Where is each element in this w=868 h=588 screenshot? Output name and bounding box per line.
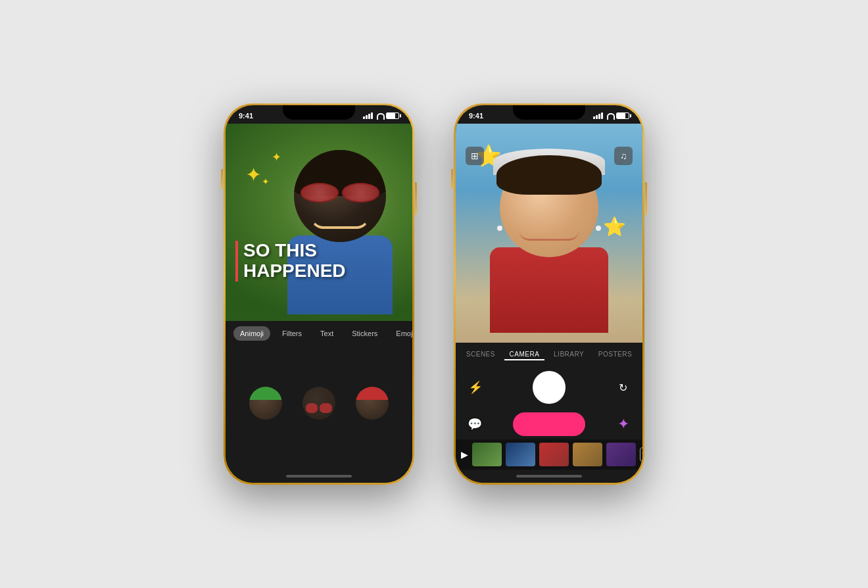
animoji-glasses bbox=[301, 183, 379, 203]
sparkle-icon-3: ✦ bbox=[262, 176, 270, 187]
home-bar-2 bbox=[516, 475, 582, 478]
animoji-item-3[interactable] bbox=[352, 387, 392, 429]
record-button[interactable] bbox=[513, 412, 585, 436]
battery-fill-2 bbox=[617, 113, 625, 118]
sparkle-icon-2: ✦ bbox=[272, 150, 281, 164]
animoji-glasses-red bbox=[306, 403, 332, 413]
animoji-smile bbox=[310, 216, 370, 229]
memoji-eye-right bbox=[569, 195, 582, 204]
tab-animoji[interactable]: Animoji bbox=[233, 326, 270, 341]
signal-icon-1 bbox=[363, 112, 373, 119]
wifi-icon-1 bbox=[375, 113, 383, 119]
memoji-character-2 bbox=[483, 159, 615, 343]
battery-fill-1 bbox=[387, 113, 395, 118]
glass-right bbox=[342, 183, 380, 203]
tab-scenes[interactable]: SCENES bbox=[461, 348, 500, 360]
overlay-line-2: HAPPENED bbox=[243, 261, 346, 282]
home-indicator-1 bbox=[226, 470, 412, 483]
home-indicator-2 bbox=[456, 470, 642, 483]
phone-1: 9:41 ✦ ✦ ✦ bbox=[224, 103, 414, 485]
tab-emoji[interactable]: Emoji bbox=[389, 326, 412, 341]
phone-2-screen: 9:41 ⊞ ♫ ⭐ ⭐ bbox=[456, 105, 642, 483]
home-bar-1 bbox=[286, 475, 352, 478]
share-button[interactable]: ↑ bbox=[640, 447, 642, 462]
camera-controls-row: ⚡ ↻ bbox=[456, 366, 642, 409]
main-image-1: ✦ ✦ ✦ SO THIS HAPPENED bbox=[226, 124, 412, 321]
tab-library[interactable]: LIBRARY bbox=[548, 348, 589, 360]
tab-text[interactable]: Text bbox=[314, 326, 340, 341]
memoji-head-2 bbox=[500, 159, 598, 257]
glass-left bbox=[301, 183, 339, 203]
overlay-line-1: SO THIS bbox=[243, 241, 346, 261]
earring-left bbox=[497, 226, 502, 231]
notch-1 bbox=[283, 105, 355, 120]
glass-l bbox=[306, 403, 318, 413]
memoji-eyes-2 bbox=[516, 195, 582, 204]
wifi-icon-2 bbox=[606, 113, 614, 119]
tab-stickers[interactable]: Stickers bbox=[345, 326, 384, 341]
animoji-head-item-3 bbox=[356, 387, 389, 420]
phone-2: 9:41 ⊞ ♫ ⭐ ⭐ bbox=[454, 103, 644, 485]
film-thumb-5[interactable] bbox=[606, 443, 636, 466]
animoji-head-item-2 bbox=[302, 387, 335, 420]
tab-camera[interactable]: CAMERA bbox=[504, 348, 545, 360]
top-icons-row: ⊞ ♫ bbox=[456, 147, 642, 165]
animoji-head-item-1 bbox=[249, 387, 282, 420]
tab-filters[interactable]: Filters bbox=[276, 326, 308, 341]
glass-r bbox=[320, 403, 332, 413]
film-thumb-2[interactable] bbox=[506, 443, 535, 466]
filmstrip: ▶ ↑ bbox=[456, 439, 642, 470]
overlay-text: SO THIS HAPPENED bbox=[235, 241, 346, 282]
record-row: 💬 ✦ bbox=[456, 409, 642, 439]
memoji-smile-2 bbox=[519, 229, 579, 241]
flash-icon[interactable]: ⚡ bbox=[466, 378, 485, 397]
status-time-1: 9:41 bbox=[239, 112, 253, 120]
battery-icon-2 bbox=[616, 112, 629, 119]
captions-icon[interactable]: 💬 bbox=[466, 415, 484, 433]
status-icons-2 bbox=[593, 112, 629, 119]
film-thumb-1[interactable] bbox=[472, 443, 502, 466]
shutter-button[interactable] bbox=[533, 371, 566, 404]
earring-right bbox=[596, 226, 601, 231]
toolbar-tabs: Animoji Filters Text Stickers Emoji × bbox=[226, 321, 412, 346]
nav-tabs-2: SCENES CAMERA LIBRARY POSTERS bbox=[456, 343, 642, 366]
status-icons-1 bbox=[363, 112, 399, 119]
animoji-head-1 bbox=[294, 150, 386, 242]
animoji-grid bbox=[226, 346, 412, 470]
play-button[interactable]: ▶ bbox=[461, 447, 468, 462]
memoji-eye-left bbox=[516, 195, 529, 204]
music-icon[interactable]: ♫ bbox=[614, 147, 633, 165]
tab-posters[interactable]: POSTERS bbox=[593, 348, 637, 360]
notch-2 bbox=[513, 105, 585, 120]
battery-icon-1 bbox=[386, 112, 399, 119]
photo-library-icon[interactable]: ⊞ bbox=[466, 147, 484, 165]
flip-camera-icon[interactable]: ↻ bbox=[613, 378, 633, 397]
status-time-2: 9:41 bbox=[469, 112, 483, 120]
animoji-item-2[interactable] bbox=[299, 387, 339, 429]
animoji-character-1 bbox=[281, 150, 399, 321]
film-thumb-4[interactable] bbox=[573, 443, 602, 466]
animoji-hat-red bbox=[356, 387, 389, 400]
sparkle-icon-1: ✦ bbox=[245, 163, 262, 186]
animoji-hat-green bbox=[249, 387, 282, 400]
memoji-body-2 bbox=[490, 247, 608, 333]
camera-view: ⊞ ♫ ⭐ ⭐ bbox=[456, 124, 642, 343]
animoji-item-1[interactable] bbox=[246, 387, 285, 429]
effects-star-icon[interactable]: ✦ bbox=[614, 415, 633, 433]
signal-icon-2 bbox=[593, 112, 603, 119]
shutter-inner bbox=[537, 375, 562, 400]
film-thumb-3[interactable] bbox=[539, 443, 569, 466]
phone-1-screen: 9:41 ✦ ✦ ✦ bbox=[226, 105, 412, 483]
